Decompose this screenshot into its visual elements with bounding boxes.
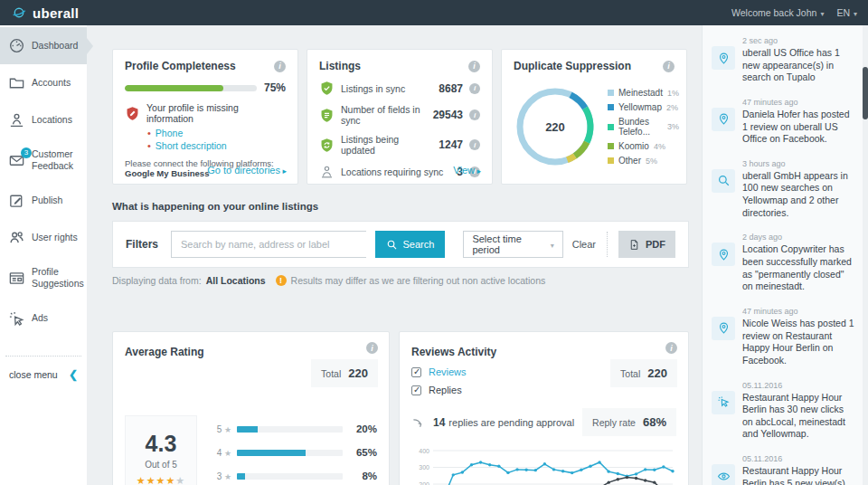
sidebar-item-label: Ads [32, 312, 48, 324]
search-button[interactable]: Search [375, 231, 446, 258]
feed-text: Location Copywriter has been successfull… [742, 243, 855, 293]
note-locations: All Locations [206, 275, 266, 286]
donut-legend: Meinestadt 1% Yellowmap 2% Bundes Telefo… [608, 83, 679, 170]
legend-label: Meinestadt [618, 88, 663, 98]
row-label: Number of fields in sync [341, 104, 427, 126]
sidebar-item[interactable]: 3 Customer Feedback [0, 138, 87, 182]
missing-links: PhoneShort description [147, 128, 286, 151]
sidebar-item[interactable]: Profile Suggestions [0, 256, 87, 300]
info-icon[interactable]: i [274, 61, 286, 72]
info-icon[interactable]: i [469, 109, 480, 120]
reply-rate-box: Reply rate 68% [582, 408, 676, 436]
replies-checkbox[interactable]: Replies [411, 385, 462, 395]
search-input[interactable] [171, 231, 366, 258]
rating-bar-fill [237, 473, 245, 480]
brand-logo[interactable]: uberall [11, 5, 79, 21]
info-icon[interactable]: i [366, 342, 378, 354]
svg-text:200: 200 [419, 481, 429, 485]
feed-item[interactable]: 2 sec ago uberall US Office has 1 new ap… [712, 36, 855, 84]
row-label: Listings being updated [341, 134, 432, 156]
feed-text: Restaurant Happy Hour Berlin has 30 new … [742, 392, 855, 442]
missing-link[interactable]: Phone [147, 128, 286, 138]
pending-text: replies are pending approval [448, 417, 574, 428]
feed-item-icon [712, 317, 735, 340]
sidebar-item-label: Customer Feedback [32, 148, 83, 172]
row-label: Locations requiring sync [341, 166, 450, 177]
alert-shield-icon [125, 106, 140, 121]
chevron-down-icon [854, 7, 857, 18]
listings-row: Listings being updated 1247 i [319, 134, 480, 156]
sidebar-item[interactable]: Accounts [0, 64, 87, 101]
legend-swatch [608, 104, 614, 110]
chevron-down-icon [551, 239, 554, 250]
welcome-text: Welcome back John [731, 7, 816, 18]
feed-item-icon [712, 108, 735, 131]
rating-bar-track [237, 426, 343, 433]
feed-scrollbar-thumb[interactable] [863, 67, 868, 119]
sidebar-item[interactable]: Publish [0, 182, 87, 219]
sidebar-item[interactable]: Dashboard [0, 27, 87, 64]
feed-timestamp: 05.11.2016 [742, 381, 855, 390]
pdf-button[interactable]: PDF [618, 231, 675, 258]
sidebar-item-label: Accounts [32, 77, 71, 89]
user-menu[interactable]: Welcome back John [731, 7, 824, 18]
feed-item[interactable]: 3 hours ago uberall GmbH appears in 100 … [712, 159, 855, 220]
rating-percent: 8% [348, 471, 377, 481]
legend-swatch [608, 90, 614, 96]
star-count-label: 5 [210, 424, 231, 434]
legend-swatch [608, 143, 614, 149]
legend-value: 2% [666, 103, 678, 112]
info-icon[interactable]: i [665, 342, 677, 354]
status-icon [319, 138, 335, 153]
score-out-of: Out of 5 [131, 460, 191, 470]
svg-text:400: 400 [419, 448, 429, 454]
sidebar-item-label: Publish [32, 195, 62, 206]
time-period-select[interactable]: Select time period [463, 231, 562, 258]
card-title: Profile Completeness [125, 60, 236, 72]
info-icon[interactable]: i [469, 83, 480, 94]
notification-badge: 3 [21, 147, 32, 158]
feed-item[interactable]: 05.11.2016 Restaurant Happy Hour Berlin … [712, 381, 855, 442]
clear-button[interactable]: Clear [572, 239, 596, 250]
row-value: 29543 [433, 109, 463, 121]
missing-link[interactable]: Short description [147, 140, 286, 151]
legend-swatch [608, 124, 614, 130]
go-to-directories-link[interactable]: Go to directories [207, 165, 287, 176]
reviews-checkbox[interactable]: Reviews [411, 366, 467, 377]
feed-item[interactable]: 2 days ago Location Copywriter has been … [712, 233, 855, 293]
view-link[interactable]: View [453, 165, 481, 176]
feed-item-icon [712, 242, 735, 266]
rating-bar-fill [237, 450, 306, 456]
legend-item: Bundes Telefo... 3% [608, 117, 679, 137]
feed-item[interactable]: 47 minutes ago Nicole Weiss has posted 1… [712, 307, 855, 367]
sidebar-item-icon [8, 270, 25, 287]
feed-timestamp: 2 days ago [742, 233, 855, 242]
rating-row: 3 8% [210, 464, 377, 485]
legend-label: Other [618, 156, 641, 166]
sidebar-item-label: User rights [32, 232, 78, 243]
legend-item: Yellowmap 2% [608, 102, 679, 112]
sidebar-item[interactable]: Locations [0, 101, 87, 138]
sidebar-item-icon [8, 74, 25, 91]
main-content: Profile Completeness i 75% Your profile … [87, 25, 702, 485]
feed-text: Nicole Weiss has posted 1 review on Rest… [742, 318, 855, 367]
feed-item[interactable]: 47 minutes ago Daniela Hofer has posted … [712, 98, 855, 146]
legend-item: Meinestadt 1% [608, 88, 679, 98]
sidebar-item[interactable]: User rights [0, 219, 87, 256]
sidebar-item-icon [8, 192, 25, 209]
language-menu[interactable]: EN [836, 7, 857, 18]
sidebar-item[interactable]: Ads [0, 300, 87, 338]
profile-progress-percent: 75% [264, 81, 286, 94]
feed-item[interactable]: 05.11.2016 Restaurant Happy Hour Berlin … [712, 454, 855, 485]
info-icon[interactable]: i [663, 61, 675, 72]
feed-item-icon [712, 391, 735, 414]
feed-text: uberall GmbH appears in 100 new searches… [742, 170, 855, 220]
legend-value: 3% [667, 122, 679, 131]
feed-item-icon [712, 464, 735, 485]
info-icon[interactable]: i [469, 139, 480, 150]
info-icon[interactable]: i [468, 61, 480, 72]
chevron-left-icon: ❮ [69, 368, 78, 381]
close-menu-button[interactable]: close menu ❮ [0, 357, 87, 393]
status-icon [319, 108, 335, 123]
donut-total: 220 [514, 85, 597, 168]
